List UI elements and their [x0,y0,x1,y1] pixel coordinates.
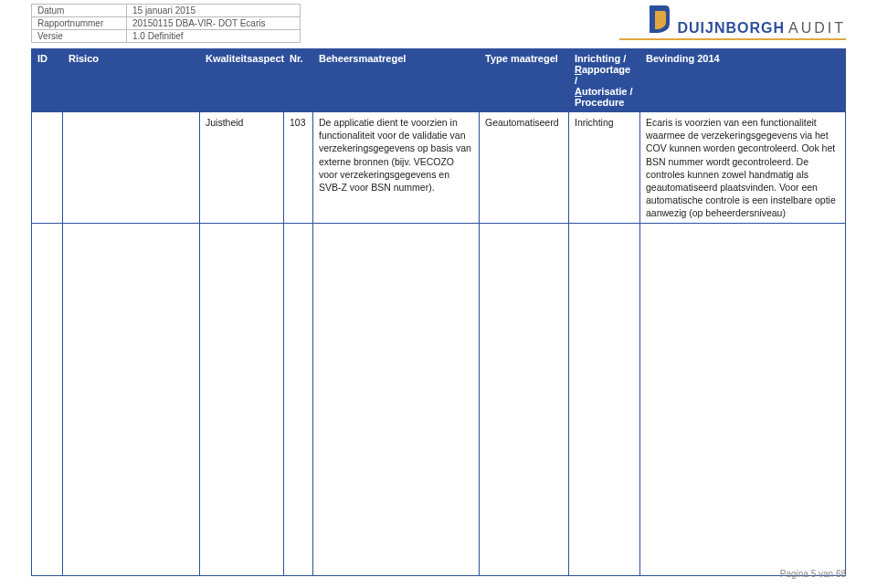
th-beheersmaatregel: Beheersmaatregel [313,49,480,112]
th-nr: Nr. [284,49,313,112]
cell-beheersmaatregel: De applicatie dient te voorzien in funct… [313,112,480,224]
th-id: ID [32,49,63,112]
page: Datum 15 januari 2015 Rapportnummer 2015… [0,0,877,588]
table-filler-row [32,224,846,576]
th-inrichting: Inrichting / Rapportage / Autorisatie / … [569,49,640,112]
meta-rapportnummer-value: 20150115 DBA-VIR- DOT Ecaris [127,17,301,30]
meta-datum-label: Datum [32,5,127,17]
cell-type-maatregel: Geautomatiseerd [480,112,569,224]
page-number: Pagina 5 van 68 [780,569,846,579]
report-table: ID Risico Kwaliteitsaspect Nr. Beheersma… [31,48,846,576]
cell-kwaliteitsaspect: Juistheid [200,112,284,224]
table-header-row: ID Risico Kwaliteitsaspect Nr. Beheersma… [32,49,846,112]
meta-datum-value: 15 januari 2015 [127,5,301,17]
cell-bevinding: Ecaris is voorzien van een functionalite… [640,112,846,224]
logo-underline [619,38,846,40]
th-type-maatregel: Type maatregel [480,49,569,112]
brand-logo: DUIJNBORGH AUDIT [619,4,846,40]
logo-name: DUIJNBORGH [677,20,785,37]
cell-nr: 103 [284,112,313,224]
logo-mark-icon [644,4,671,37]
cell-id [32,112,63,224]
th-risico: Risico [63,49,200,112]
th-bevinding: Bevinding 2014 [640,49,846,112]
meta-versie-value: 1.0 Definitief [127,30,301,43]
meta-rapportnummer-label: Rapportnummer [32,17,127,30]
meta-table: Datum 15 januari 2015 Rapportnummer 2015… [31,4,301,43]
header-row: Datum 15 januari 2015 Rapportnummer 2015… [31,4,846,43]
meta-versie-label: Versie [32,30,127,43]
cell-risico [63,112,200,224]
cell-inrichting: Inrichting [569,112,640,224]
th-kwaliteitsaspect: Kwaliteitsaspect [200,49,284,112]
logo-suffix: AUDIT [788,20,846,37]
table-row: Juistheid 103 De applicatie dient te voo… [32,112,846,224]
